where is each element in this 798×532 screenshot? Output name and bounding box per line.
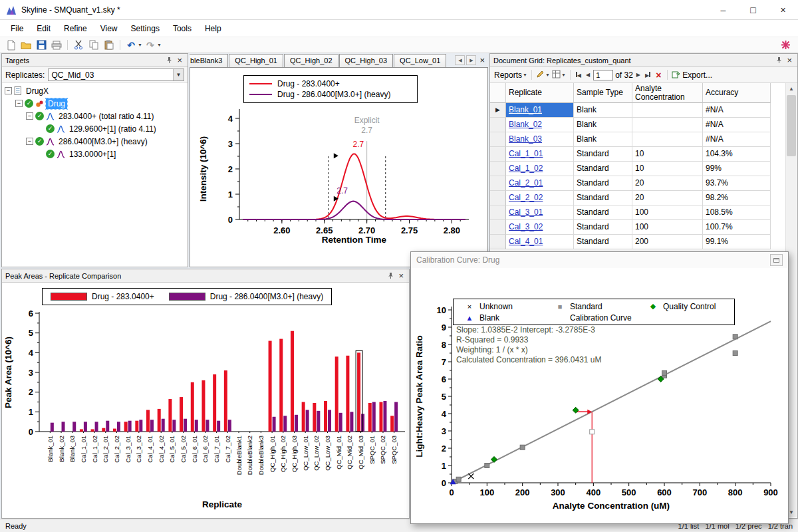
sample-type-cell[interactable]: Standard	[574, 147, 632, 162]
copy-icon[interactable]	[86, 38, 101, 52]
accuracy-cell[interactable]: 104.3%	[703, 147, 771, 162]
row-selector[interactable]	[490, 205, 506, 220]
menu-item-settings[interactable]: Settings	[124, 21, 166, 36]
replicate-link[interactable]: Blank_03	[506, 132, 574, 147]
first-page-icon[interactable]: ◀	[575, 72, 583, 78]
export-button[interactable]: Export...	[682, 70, 712, 80]
grid-row[interactable]: Blank_03Blank#N/A	[490, 132, 771, 147]
row-selector[interactable]	[490, 162, 506, 176]
tab-scroll-left-icon[interactable]: ◀	[455, 55, 465, 65]
sample-type-cell[interactable]: Standard	[574, 176, 632, 191]
edit-dropdown-icon[interactable]: ▼	[545, 72, 550, 77]
expander-icon[interactable]: −	[5, 87, 12, 94]
row-selector[interactable]	[490, 191, 506, 205]
menu-item-edit[interactable]: Edit	[30, 21, 57, 36]
grid-row[interactable]: Cal_1_02Standard1099%	[490, 162, 771, 176]
menu-item-file[interactable]: File	[4, 21, 30, 36]
close-icon[interactable]: ×	[396, 272, 406, 279]
close-icon[interactable]: ×	[785, 57, 794, 64]
analyte-concentration-cell[interactable]	[632, 118, 703, 132]
analyte-concentration-cell[interactable]	[632, 103, 703, 118]
grid-column-header[interactable]: Analyte Concentration	[632, 83, 703, 103]
sample-type-cell[interactable]: Standard	[574, 235, 632, 249]
chromatogram-tab[interactable]: QC_Low_01	[394, 54, 446, 67]
grid-column-header[interactable]: Sample Type	[574, 83, 632, 103]
save-icon[interactable]	[34, 38, 49, 52]
accuracy-cell[interactable]: 108.5%	[703, 205, 771, 220]
grid-column-header[interactable]: Replicate	[506, 83, 574, 103]
accuracy-cell[interactable]: #N/A	[703, 103, 771, 118]
new-document-icon[interactable]	[3, 38, 18, 52]
menu-item-view[interactable]: View	[94, 21, 124, 36]
scrollbar-thumb[interactable]	[787, 95, 796, 156]
analyte-concentration-cell[interactable]: 100	[632, 205, 703, 220]
reports-dropdown-icon[interactable]: ▼	[523, 72, 527, 77]
grid-row[interactable]: Cal_4_01Standard20099.1%	[490, 235, 771, 249]
replicate-link[interactable]: Cal_4_01	[506, 235, 574, 249]
pin-icon[interactable]	[773, 57, 785, 64]
redo-icon[interactable]: ↷	[143, 38, 158, 52]
analyte-concentration-cell[interactable]: 20	[632, 191, 703, 205]
row-selector[interactable]: ▶	[490, 103, 506, 118]
redo-dropdown-icon[interactable]: ▼	[157, 43, 162, 47]
maximize-button[interactable]: □	[738, 0, 768, 19]
tree-item[interactable]: −✓Drug	[2, 97, 188, 110]
sample-type-cell[interactable]: Standard	[574, 162, 632, 176]
tab-close-icon[interactable]: ×	[477, 55, 487, 65]
accuracy-cell[interactable]: #N/A	[703, 118, 771, 132]
tree-item[interactable]: ✓133.0000+[1]	[2, 148, 188, 160]
accuracy-cell[interactable]: 99%	[703, 162, 771, 176]
row-selector[interactable]	[490, 132, 506, 147]
accuracy-cell[interactable]: 100.7%	[703, 220, 771, 235]
delete-icon[interactable]: ×	[654, 70, 663, 80]
analyte-concentration-cell[interactable]: 200	[632, 235, 703, 249]
replicate-link[interactable]: Blank_01	[506, 103, 574, 118]
expander-icon[interactable]: −	[26, 112, 33, 120]
undo-icon[interactable]: ↶	[124, 38, 138, 52]
grid-row[interactable]: Blank_02Blank#N/A	[490, 118, 771, 132]
sample-type-cell[interactable]: Blank	[574, 132, 632, 147]
view-grid-icon[interactable]	[552, 70, 561, 80]
menu-item-tools[interactable]: Tools	[166, 21, 198, 36]
grid-row[interactable]: Cal_3_01Standard100108.5%	[490, 205, 771, 220]
star-icon[interactable]	[778, 38, 793, 52]
replicate-link[interactable]: Blank_02	[506, 118, 574, 132]
view-dropdown-icon[interactable]: ▼	[561, 72, 566, 77]
grid-row[interactable]: Cal_2_01Standard2093.7%	[490, 176, 771, 191]
analyte-concentration-cell[interactable]	[632, 132, 703, 147]
chromatogram-tab[interactable]: QC_High_02	[284, 54, 338, 67]
tree-item[interactable]: −✓283.0400+ (total ratio 4.11)	[2, 110, 188, 122]
analyte-concentration-cell[interactable]: 100	[632, 220, 703, 235]
reports-menu-button[interactable]: Reports	[494, 70, 522, 80]
chromatogram-tab[interactable]: QC_High_01	[229, 54, 283, 67]
sample-type-cell[interactable]: Standard	[574, 191, 632, 205]
last-page-icon[interactable]: ▶	[644, 72, 652, 78]
grid-row[interactable]: Cal_1_01Standard10104.3%	[490, 147, 771, 162]
replicate-link[interactable]: Cal_1_01	[506, 147, 574, 162]
close-icon[interactable]: ×	[175, 57, 184, 64]
chevron-down-icon[interactable]: ▼	[173, 69, 184, 80]
chromatogram-tab[interactable]: bleBlank3	[190, 54, 228, 67]
replicate-link[interactable]: Cal_3_01	[506, 205, 574, 220]
row-selector[interactable]	[490, 176, 506, 191]
calibration-titlebar[interactable]: Calibration Curve: Drug	[411, 252, 788, 268]
accuracy-cell[interactable]: 93.7%	[703, 176, 771, 191]
pin-icon[interactable]	[385, 272, 396, 279]
expander-icon[interactable]: −	[26, 138, 33, 145]
grid-row[interactable]: ▶Blank_01Blank#N/A	[490, 103, 771, 118]
page-number-input[interactable]	[593, 70, 613, 80]
grid-column-header[interactable]: Accuracy	[703, 83, 771, 103]
sample-type-cell[interactable]: Standard	[574, 205, 632, 220]
replicate-link[interactable]: Cal_2_02	[506, 191, 574, 205]
sample-type-cell[interactable]: Blank	[574, 103, 632, 118]
replicate-link[interactable]: Cal_3_02	[506, 220, 574, 235]
expander-icon[interactable]: −	[15, 100, 23, 107]
replicates-combobox[interactable]: QC_Mid_03 ▼	[48, 68, 184, 81]
menu-item-help[interactable]: Help	[198, 21, 228, 36]
tree-item[interactable]: ✓129.9600+[1] (ratio 4.11)	[2, 122, 188, 135]
window-menu-button[interactable]	[770, 254, 783, 266]
close-button[interactable]: ×	[768, 0, 798, 19]
tree-item[interactable]: −✓286.0400[M3.0+] (heavy)	[2, 135, 188, 148]
chromatogram-tab[interactable]: QC_High_03	[339, 54, 394, 67]
next-page-icon[interactable]: ▶	[635, 72, 642, 78]
